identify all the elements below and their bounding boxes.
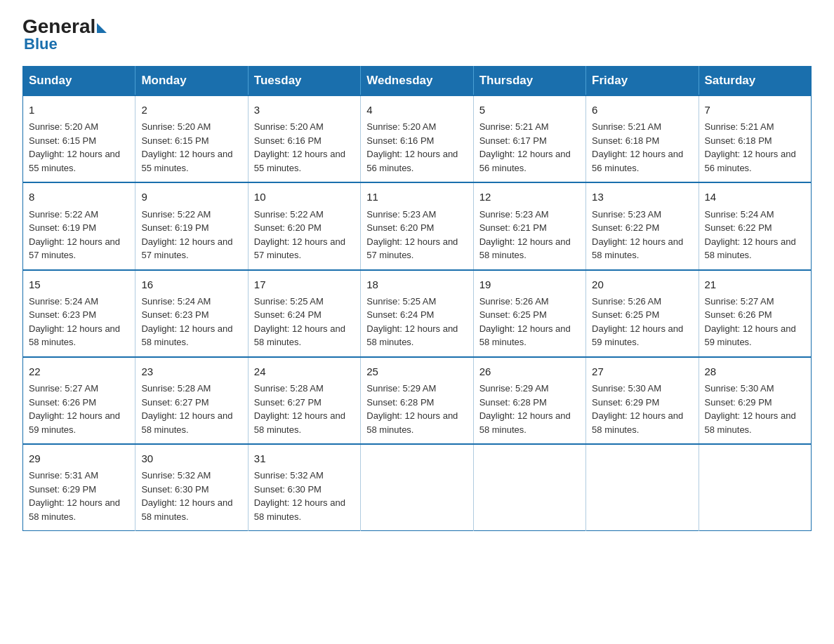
calendar-header-wednesday: Wednesday bbox=[361, 67, 473, 96]
calendar-cell: 5Sunrise: 5:21 AMSunset: 6:17 PMDaylight… bbox=[473, 95, 585, 182]
calendar-cell: 15Sunrise: 5:24 AMSunset: 6:23 PMDayligh… bbox=[23, 270, 135, 357]
logo-arrow-icon bbox=[97, 23, 107, 33]
calendar-header-saturday: Saturday bbox=[699, 67, 811, 96]
day-number: 24 bbox=[254, 363, 355, 380]
calendar-header: SundayMondayTuesdayWednesdayThursdayFrid… bbox=[23, 67, 812, 96]
day-info: Sunrise: 5:30 AMSunset: 6:29 PMDaylight:… bbox=[705, 382, 805, 436]
day-info: Sunrise: 5:25 AMSunset: 6:24 PMDaylight:… bbox=[366, 295, 467, 349]
calendar-header-monday: Monday bbox=[135, 67, 248, 96]
day-number: 7 bbox=[705, 102, 805, 118]
day-info: Sunrise: 5:21 AMSunset: 6:18 PMDaylight:… bbox=[592, 120, 692, 175]
day-number: 30 bbox=[141, 450, 241, 467]
day-number: 10 bbox=[254, 189, 355, 205]
calendar-cell: 28Sunrise: 5:30 AMSunset: 6:29 PMDayligh… bbox=[699, 357, 811, 444]
calendar-header-friday: Friday bbox=[586, 67, 699, 96]
day-number: 6 bbox=[592, 102, 692, 118]
calendar-cell bbox=[699, 444, 811, 531]
day-info: Sunrise: 5:20 AMSunset: 6:16 PMDaylight:… bbox=[366, 120, 467, 175]
day-info: Sunrise: 5:21 AMSunset: 6:18 PMDaylight:… bbox=[705, 120, 805, 175]
day-info: Sunrise: 5:24 AMSunset: 6:22 PMDaylight:… bbox=[705, 208, 805, 262]
calendar-cell: 3Sunrise: 5:20 AMSunset: 6:16 PMDaylight… bbox=[248, 95, 360, 182]
calendar-cell: 12Sunrise: 5:23 AMSunset: 6:21 PMDayligh… bbox=[473, 182, 585, 269]
day-info: Sunrise: 5:26 AMSunset: 6:25 PMDaylight:… bbox=[479, 295, 580, 349]
day-info: Sunrise: 5:27 AMSunset: 6:26 PMDaylight:… bbox=[705, 295, 805, 349]
day-number: 16 bbox=[141, 276, 241, 293]
day-number: 28 bbox=[705, 363, 805, 380]
calendar-table: SundayMondayTuesdayWednesdayThursdayFrid… bbox=[22, 66, 812, 531]
day-info: Sunrise: 5:23 AMSunset: 6:22 PMDaylight:… bbox=[592, 208, 692, 262]
logo: General Blue bbox=[22, 17, 107, 53]
calendar-cell: 1Sunrise: 5:20 AMSunset: 6:15 PMDaylight… bbox=[23, 95, 135, 182]
calendar-cell bbox=[361, 444, 473, 531]
calendar-cell: 2Sunrise: 5:20 AMSunset: 6:15 PMDaylight… bbox=[135, 95, 248, 182]
day-info: Sunrise: 5:28 AMSunset: 6:27 PMDaylight:… bbox=[141, 382, 241, 436]
calendar-cell: 29Sunrise: 5:31 AMSunset: 6:29 PMDayligh… bbox=[23, 444, 135, 531]
calendar-week-row: 8Sunrise: 5:22 AMSunset: 6:19 PMDaylight… bbox=[23, 182, 812, 269]
day-info: Sunrise: 5:23 AMSunset: 6:21 PMDaylight:… bbox=[479, 208, 580, 262]
calendar-header-sunday: Sunday bbox=[23, 67, 135, 96]
calendar-cell: 19Sunrise: 5:26 AMSunset: 6:25 PMDayligh… bbox=[473, 270, 585, 357]
day-info: Sunrise: 5:21 AMSunset: 6:17 PMDaylight:… bbox=[479, 120, 580, 175]
day-info: Sunrise: 5:24 AMSunset: 6:23 PMDaylight:… bbox=[29, 295, 129, 349]
day-number: 2 bbox=[141, 102, 241, 118]
calendar-cell: 20Sunrise: 5:26 AMSunset: 6:25 PMDayligh… bbox=[586, 270, 699, 357]
day-number: 21 bbox=[705, 276, 805, 293]
day-number: 12 bbox=[479, 189, 580, 205]
calendar-cell: 26Sunrise: 5:29 AMSunset: 6:28 PMDayligh… bbox=[473, 357, 585, 444]
day-info: Sunrise: 5:22 AMSunset: 6:19 PMDaylight:… bbox=[29, 208, 129, 262]
calendar-cell: 31Sunrise: 5:32 AMSunset: 6:30 PMDayligh… bbox=[248, 444, 360, 531]
day-number: 5 bbox=[479, 102, 580, 118]
day-info: Sunrise: 5:29 AMSunset: 6:28 PMDaylight:… bbox=[479, 382, 580, 436]
day-number: 4 bbox=[366, 102, 467, 118]
calendar-cell: 11Sunrise: 5:23 AMSunset: 6:20 PMDayligh… bbox=[361, 182, 473, 269]
calendar-cell bbox=[586, 444, 699, 531]
calendar-cell: 10Sunrise: 5:22 AMSunset: 6:20 PMDayligh… bbox=[248, 182, 360, 269]
calendar-cell: 7Sunrise: 5:21 AMSunset: 6:18 PMDaylight… bbox=[699, 95, 811, 182]
day-info: Sunrise: 5:20 AMSunset: 6:16 PMDaylight:… bbox=[254, 120, 355, 175]
day-number: 14 bbox=[705, 189, 805, 205]
day-number: 19 bbox=[479, 276, 580, 293]
day-info: Sunrise: 5:29 AMSunset: 6:28 PMDaylight:… bbox=[366, 382, 467, 436]
day-number: 18 bbox=[366, 276, 467, 293]
day-info: Sunrise: 5:30 AMSunset: 6:29 PMDaylight:… bbox=[592, 382, 692, 436]
calendar-header-row: SundayMondayTuesdayWednesdayThursdayFrid… bbox=[23, 67, 812, 96]
day-info: Sunrise: 5:32 AMSunset: 6:30 PMDaylight:… bbox=[141, 469, 241, 523]
calendar-cell: 25Sunrise: 5:29 AMSunset: 6:28 PMDayligh… bbox=[361, 357, 473, 444]
calendar-cell: 23Sunrise: 5:28 AMSunset: 6:27 PMDayligh… bbox=[135, 357, 248, 444]
calendar-header-thursday: Thursday bbox=[473, 67, 585, 96]
calendar-week-row: 15Sunrise: 5:24 AMSunset: 6:23 PMDayligh… bbox=[23, 270, 812, 357]
day-number: 17 bbox=[254, 276, 355, 293]
calendar-cell: 8Sunrise: 5:22 AMSunset: 6:19 PMDaylight… bbox=[23, 182, 135, 269]
calendar-cell: 18Sunrise: 5:25 AMSunset: 6:24 PMDayligh… bbox=[361, 270, 473, 357]
calendar-week-row: 1Sunrise: 5:20 AMSunset: 6:15 PMDaylight… bbox=[23, 95, 812, 182]
logo-blue-text: Blue bbox=[24, 35, 58, 53]
calendar-cell: 17Sunrise: 5:25 AMSunset: 6:24 PMDayligh… bbox=[248, 270, 360, 357]
day-info: Sunrise: 5:22 AMSunset: 6:20 PMDaylight:… bbox=[254, 208, 355, 262]
calendar-cell: 14Sunrise: 5:24 AMSunset: 6:22 PMDayligh… bbox=[699, 182, 811, 269]
calendar-cell: 22Sunrise: 5:27 AMSunset: 6:26 PMDayligh… bbox=[23, 357, 135, 444]
calendar-body: 1Sunrise: 5:20 AMSunset: 6:15 PMDaylight… bbox=[23, 95, 812, 531]
calendar-cell: 16Sunrise: 5:24 AMSunset: 6:23 PMDayligh… bbox=[135, 270, 248, 357]
page-header: General Blue bbox=[22, 17, 812, 53]
day-number: 23 bbox=[141, 363, 241, 380]
calendar-week-row: 29Sunrise: 5:31 AMSunset: 6:29 PMDayligh… bbox=[23, 444, 812, 531]
calendar-cell: 6Sunrise: 5:21 AMSunset: 6:18 PMDaylight… bbox=[586, 95, 699, 182]
day-info: Sunrise: 5:27 AMSunset: 6:26 PMDaylight:… bbox=[29, 382, 129, 436]
day-info: Sunrise: 5:32 AMSunset: 6:30 PMDaylight:… bbox=[254, 469, 355, 523]
calendar-cell bbox=[473, 444, 585, 531]
calendar-cell: 21Sunrise: 5:27 AMSunset: 6:26 PMDayligh… bbox=[699, 270, 811, 357]
calendar-cell: 27Sunrise: 5:30 AMSunset: 6:29 PMDayligh… bbox=[586, 357, 699, 444]
day-info: Sunrise: 5:28 AMSunset: 6:27 PMDaylight:… bbox=[254, 382, 355, 436]
day-number: 26 bbox=[479, 363, 580, 380]
calendar-cell: 9Sunrise: 5:22 AMSunset: 6:19 PMDaylight… bbox=[135, 182, 248, 269]
calendar-cell: 30Sunrise: 5:32 AMSunset: 6:30 PMDayligh… bbox=[135, 444, 248, 531]
day-info: Sunrise: 5:24 AMSunset: 6:23 PMDaylight:… bbox=[141, 295, 241, 349]
calendar-cell: 4Sunrise: 5:20 AMSunset: 6:16 PMDaylight… bbox=[361, 95, 473, 182]
day-number: 31 bbox=[254, 450, 355, 467]
day-number: 15 bbox=[29, 276, 129, 293]
calendar-cell: 13Sunrise: 5:23 AMSunset: 6:22 PMDayligh… bbox=[586, 182, 699, 269]
day-number: 29 bbox=[29, 450, 129, 467]
day-number: 9 bbox=[141, 189, 241, 205]
calendar-header-tuesday: Tuesday bbox=[248, 67, 360, 96]
calendar-week-row: 22Sunrise: 5:27 AMSunset: 6:26 PMDayligh… bbox=[23, 357, 812, 444]
